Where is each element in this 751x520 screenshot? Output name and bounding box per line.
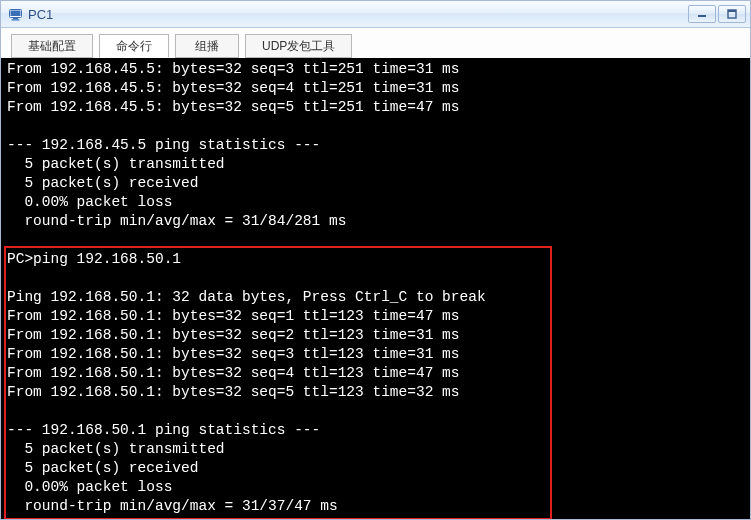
maximize-button[interactable] (718, 5, 746, 23)
app-window: PC1 基础配置 命令行 组播 UDP发包工具 From 192.168.45.… (0, 0, 751, 520)
app-icon (7, 6, 23, 22)
window-title: PC1 (28, 7, 688, 22)
terminal-output: From 192.168.45.5: bytes=32 seq=3 ttl=25… (7, 60, 744, 519)
svg-rect-2 (13, 18, 18, 19)
tab-multicast[interactable]: 组播 (175, 34, 239, 58)
tab-basic-config[interactable]: 基础配置 (11, 34, 93, 58)
svg-rect-1 (10, 10, 20, 16)
window-controls (688, 5, 746, 23)
maximize-icon (727, 9, 737, 19)
tab-command-line[interactable]: 命令行 (99, 34, 169, 58)
titlebar: PC1 (1, 1, 750, 28)
svg-rect-4 (698, 15, 706, 17)
minimize-icon (697, 9, 707, 19)
tabbar: 基础配置 命令行 组播 UDP发包工具 (1, 28, 750, 58)
svg-rect-6 (728, 10, 736, 12)
minimize-button[interactable] (688, 5, 716, 23)
tab-udp-tool[interactable]: UDP发包工具 (245, 34, 352, 58)
svg-rect-3 (11, 19, 19, 20)
terminal-area[interactable]: From 192.168.45.5: bytes=32 seq=3 ttl=25… (1, 58, 750, 519)
